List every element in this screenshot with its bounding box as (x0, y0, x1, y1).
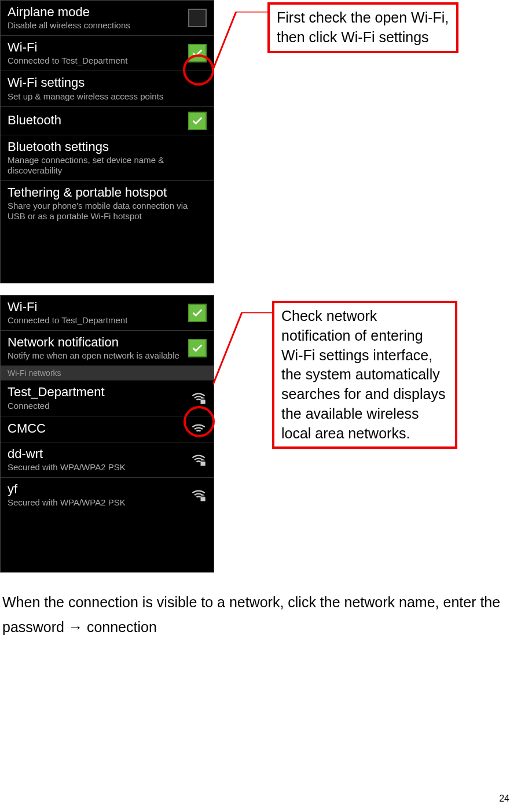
row-title: Bluetooth (8, 113, 188, 127)
row-sub: Manage connections, set device name & di… (8, 155, 207, 176)
row-title: Airplane mode (8, 5, 188, 19)
row-bt-settings[interactable]: Bluetooth settings Manage connections, s… (1, 135, 214, 181)
row-sub: Connected to Test_Department (8, 315, 188, 326)
checkbox-notification[interactable] (188, 339, 207, 357)
row-sub: Share your phone's mobile data connectio… (8, 201, 207, 222)
net-sub: Secured with WPA/WPA2 PSK (8, 497, 190, 508)
row-wifi[interactable]: Wi-Fi Connected to Test_Department (1, 36, 214, 71)
leader-line (213, 12, 271, 72)
wifi-icon (190, 421, 207, 437)
net-title: Test_Department (8, 385, 190, 399)
net-sub: Connected (8, 401, 190, 411)
wifi-lock-icon (190, 487, 207, 503)
row-title: Bluetooth settings (8, 140, 207, 154)
net-sub: Secured with WPA/WPA2 PSK (8, 462, 190, 473)
row-wifi-settings[interactable]: Wi-Fi settings Set up & manage wireless … (1, 71, 214, 106)
row-sub: Notify me when an open network is availa… (8, 350, 188, 361)
net-title: yf (8, 482, 190, 496)
row-sub: Connected to Test_Department (8, 56, 188, 66)
row-sub: Disable all wireless connections (8, 20, 188, 31)
network-row[interactable]: Test_Department Connected (1, 381, 214, 416)
screenshot-settings: Airplane mode Disable all wireless conne… (0, 0, 214, 283)
row-title: Wi-Fi settings (8, 76, 207, 90)
row-tether[interactable]: Tethering & portable hotspot Share your … (1, 181, 214, 226)
row-title: Network notification (8, 335, 188, 349)
network-row[interactable]: yf Secured with WPA/WPA2 PSK (1, 478, 214, 512)
row-sub: Set up & manage wireless access points (8, 91, 207, 102)
callout-text: Check network notification of entering W… (281, 308, 445, 441)
net-title: dd-wrt (8, 447, 190, 461)
row-network-notification[interactable]: Network notification Notify me when an o… (1, 331, 214, 366)
annotation-circle (183, 54, 214, 86)
callout-box: First check the open Wi-Fi, then click W… (267, 2, 458, 53)
row-bluetooth[interactable]: Bluetooth (1, 107, 214, 135)
screenshot-wifi-settings: Wi-Fi Connected to Test_Department Netwo… (0, 295, 214, 573)
callout-text: First check the open Wi-Fi, then click W… (277, 9, 449, 45)
callout-box: Check network notification of entering W… (272, 301, 457, 449)
row-title: Wi-Fi (8, 300, 188, 314)
checkbox-bluetooth[interactable] (188, 112, 207, 130)
checkbox-airplane[interactable] (188, 9, 207, 27)
checkbox-wifi[interactable] (188, 304, 207, 322)
network-row[interactable]: dd-wrt Secured with WPA/WPA2 PSK (1, 442, 214, 478)
wifi-lock-icon (190, 452, 207, 468)
wifi-networks-header: Wi-Fi networks (1, 366, 214, 381)
body-paragraph: When the connection is visible to a netw… (0, 590, 509, 639)
wifi-lock-icon (190, 390, 207, 406)
page-number: 24 (499, 793, 509, 804)
row-title: Wi-Fi (8, 40, 188, 54)
row-wifi[interactable]: Wi-Fi Connected to Test_Department (1, 296, 214, 331)
leader-line (213, 312, 277, 387)
row-airplane[interactable]: Airplane mode Disable all wireless conne… (1, 1, 214, 36)
network-row[interactable]: CMCC (1, 416, 214, 442)
net-title: CMCC (8, 422, 190, 435)
row-title: Tethering & portable hotspot (8, 186, 207, 200)
